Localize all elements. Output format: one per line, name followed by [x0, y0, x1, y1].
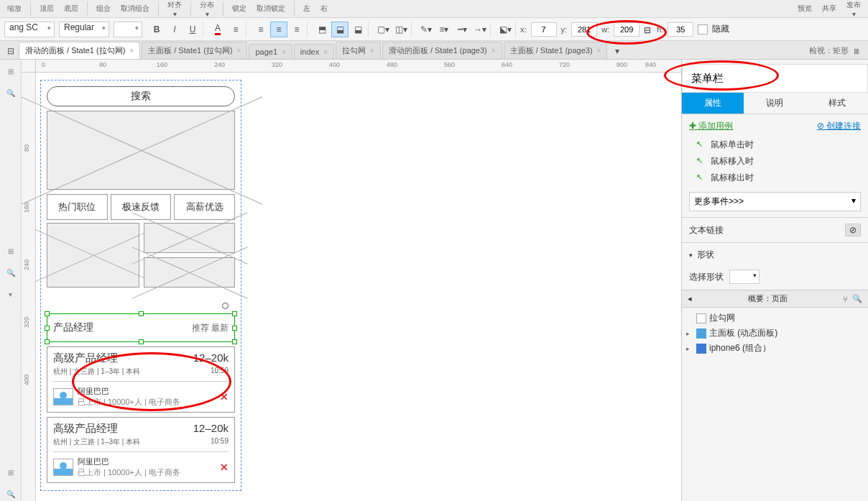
- search-widget[interactable]: 搜索: [47, 86, 235, 106]
- font-style-select[interactable]: Regular: [59, 22, 109, 37]
- close-icon[interactable]: ×: [237, 47, 241, 55]
- device-frame[interactable]: 搜索 热门职位 极速反馈 高薪优选 产品经理 推荐 最新: [40, 80, 241, 491]
- lock-aspect-icon[interactable]: ⊟: [644, 25, 652, 34]
- inspector-page-icon[interactable]: 🗎: [853, 47, 861, 55]
- align-right-button[interactable]: ≡: [288, 22, 305, 37]
- tree-item-panel[interactable]: ▸主面板 (动态面板): [686, 326, 864, 341]
- event-onmouseenter[interactable]: 鼠标移入时: [689, 153, 861, 170]
- close-icon[interactable]: ×: [370, 47, 374, 55]
- event-onclick[interactable]: 鼠标单击时: [689, 137, 861, 153]
- library-dropdown[interactable]: ▾: [4, 287, 18, 301]
- text-color-button[interactable]: A: [209, 22, 226, 37]
- banner-placeholder[interactable]: [47, 111, 235, 190]
- thumb-placeholder[interactable]: [144, 223, 235, 253]
- line-width-button[interactable]: ≡▾: [435, 22, 453, 37]
- outline-collapse-icon[interactable]: ◂: [688, 294, 692, 303]
- corner-radius-button[interactable]: ⬕▾: [497, 22, 514, 37]
- library-panel-toggle[interactable]: ⊞: [4, 244, 18, 258]
- ribbon-group[interactable]: 组合: [92, 4, 115, 14]
- insp-tab-style[interactable]: 样式: [806, 93, 868, 114]
- pages-panel-toggle[interactable]: ⊞: [4, 64, 18, 78]
- x-input[interactable]: [531, 22, 557, 37]
- ribbon-align[interactable]: 对齐▾: [163, 0, 186, 18]
- ribbon-share[interactable]: 共享: [818, 4, 841, 14]
- align-center-button[interactable]: ≡: [270, 22, 287, 37]
- tab-5[interactable]: 滑动的面板 / State1 (page3)×: [382, 42, 502, 59]
- italic-button[interactable]: I: [166, 22, 183, 37]
- library-search-icon[interactable]: 🔍: [4, 265, 18, 280]
- canvas[interactable]: 0 80 160 240 320 400 480 560 640 720 800…: [22, 60, 681, 501]
- ribbon-lock[interactable]: 锁定: [228, 4, 251, 14]
- event-onmouseleave[interactable]: 鼠标移出时: [689, 170, 861, 186]
- bold-button[interactable]: B: [148, 22, 165, 37]
- w-input[interactable]: [614, 22, 640, 37]
- ribbon-preview[interactable]: 预览: [793, 4, 816, 14]
- close-icon[interactable]: ×: [491, 47, 496, 55]
- add-case-link[interactable]: ✚ 添加用例: [689, 120, 733, 132]
- cat-tab-2[interactable]: 高薪优选: [174, 194, 235, 220]
- tab-3[interactable]: index×: [294, 44, 334, 59]
- thumb-placeholder[interactable]: [144, 257, 235, 288]
- rotate-handle[interactable]: [222, 303, 228, 309]
- close-icon[interactable]: ×: [597, 47, 601, 55]
- tab-0[interactable]: 滑动的面板 / State1 (拉勾网)×: [19, 42, 140, 59]
- filter-icon[interactable]: ⑂: [843, 295, 848, 303]
- tab-2[interactable]: page1×: [249, 44, 292, 59]
- tabbar-collapse-icon[interactable]: ⊟: [3, 43, 19, 59]
- ribbon-front[interactable]: 顶层: [35, 4, 58, 14]
- search-icon[interactable]: 🔍: [4, 86, 18, 100]
- close-icon[interactable]: ×: [129, 47, 134, 55]
- create-link-link[interactable]: ⊘ 创建连接: [817, 120, 861, 132]
- more-events-dropdown[interactable]: 更多事件>>>: [689, 192, 861, 211]
- tab-overflow-button[interactable]: ▾: [609, 43, 626, 59]
- shape-section-header[interactable]: 形状: [682, 242, 868, 267]
- delete-icon[interactable]: ✕: [220, 391, 228, 403]
- tab-4[interactable]: 拉勾网×: [336, 42, 381, 59]
- thumb-placeholder[interactable]: [47, 223, 139, 288]
- masters-panel-toggle[interactable]: ⊞: [4, 465, 18, 479]
- ribbon-zoom[interactable]: 缩放: [3, 4, 26, 14]
- shape-select[interactable]: [729, 270, 760, 284]
- ribbon-distribute[interactable]: 分布▾: [195, 0, 218, 18]
- widget-name-field[interactable]: [682, 64, 868, 93]
- font-family-select[interactable]: ang SC: [4, 22, 55, 37]
- align-left-button[interactable]: ≡: [252, 22, 269, 37]
- selected-widget[interactable]: 产品经理 推荐 最新: [47, 313, 235, 342]
- job-card[interactable]: 高级产品经理12–20k 杭州 | 文三路 | 1–3年 | 本科10:59 阿…: [47, 417, 235, 483]
- tab-1[interactable]: 主面板 / State1 (拉勾网)×: [142, 42, 247, 59]
- ribbon-right[interactable]: 右: [316, 4, 332, 14]
- outer-shadow-button[interactable]: ◫▾: [392, 22, 410, 37]
- ribbon-ungroup[interactable]: 取消组合: [116, 4, 154, 14]
- tab-6[interactable]: 主面板 / State1 (page3)×: [504, 42, 608, 59]
- masters-search-icon[interactable]: 🔍: [4, 487, 18, 501]
- underline-button[interactable]: U: [184, 22, 201, 37]
- ribbon-back[interactable]: 底层: [60, 4, 83, 14]
- bullets-button[interactable]: ≡: [227, 22, 244, 37]
- delete-icon[interactable]: ✕: [220, 461, 228, 473]
- outline-search-icon[interactable]: 🔍: [852, 294, 862, 303]
- tree-item-page[interactable]: 拉勾网: [686, 311, 864, 326]
- close-icon[interactable]: ×: [282, 48, 286, 56]
- widget-name-input[interactable]: [691, 73, 859, 85]
- y-input[interactable]: [571, 22, 597, 37]
- hidden-checkbox[interactable]: [698, 24, 708, 35]
- font-size-select[interactable]: [114, 22, 142, 37]
- line-color-button[interactable]: ✎▾: [417, 22, 435, 37]
- valign-top-button[interactable]: ⬒: [313, 22, 331, 37]
- job-card[interactable]: 高级产品经理12–20k 杭州 | 文三路 | 1–3年 | 本科10:59 阿…: [47, 346, 235, 413]
- link-icon[interactable]: ⊘: [845, 224, 861, 236]
- h-input[interactable]: [668, 22, 693, 37]
- insp-tab-properties[interactable]: 属性: [682, 93, 744, 114]
- line-style-button[interactable]: ┅▾: [453, 22, 471, 37]
- ribbon-unlock[interactable]: 取消锁定: [252, 4, 290, 14]
- valign-middle-button[interactable]: ⬓: [331, 22, 348, 37]
- ribbon-left[interactable]: 左: [299, 4, 315, 14]
- insp-tab-notes[interactable]: 说明: [744, 93, 805, 114]
- fill-color-button[interactable]: ▢▾: [374, 22, 392, 37]
- ribbon-publish[interactable]: 发布▾: [842, 0, 865, 18]
- tree-item-group[interactable]: ▸iphone6 (组合）: [686, 341, 864, 356]
- valign-bottom-button[interactable]: ⬓: [349, 22, 366, 37]
- close-icon[interactable]: ×: [323, 48, 328, 56]
- arrow-style-button[interactable]: →▾: [471, 22, 489, 37]
- cat-tab-0[interactable]: 热门职位: [47, 194, 108, 220]
